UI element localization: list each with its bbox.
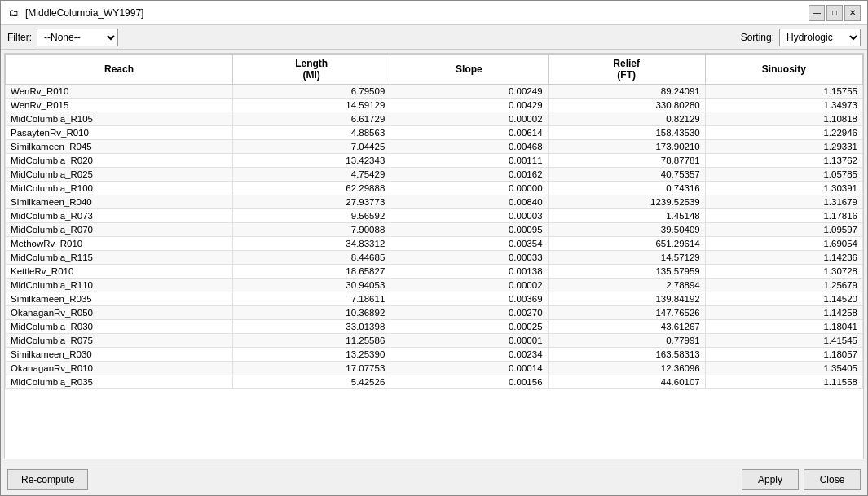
cell-relief: 2.78894 (548, 279, 705, 292)
cell-slope: 0.00002 (390, 112, 548, 126)
cell-length: 13.25390 (233, 348, 390, 362)
table-row: Similkameen_R04027.937730.008401239.5253… (6, 195, 863, 209)
table-scroll[interactable]: Reach Length(MI) Slope Relief(FT) Sinuos… (5, 54, 863, 459)
cell-reach: KettleRv_R010 (6, 265, 233, 279)
cell-slope: 0.00000 (390, 182, 548, 195)
cell-relief: 44.60107 (548, 375, 705, 389)
cell-length: 13.42343 (233, 154, 390, 168)
cell-slope: 0.00354 (390, 237, 548, 251)
cell-slope: 0.00429 (390, 99, 548, 112)
footer-left: Re-compute (7, 469, 88, 490)
cell-length: 4.75429 (233, 168, 390, 182)
col-header-relief: Relief(FT) (548, 55, 705, 85)
cell-length: 62.29888 (233, 182, 390, 195)
cell-relief: 1239.52539 (548, 195, 705, 209)
cell-length: 10.36892 (233, 306, 390, 320)
cell-reach: MidColumbia_R030 (6, 320, 233, 334)
cell-reach: Similkameen_R035 (6, 292, 233, 306)
cell-reach: WenRv_R010 (6, 85, 233, 99)
title-bar: 🗂 [MiddleColumbia_WY1997] — □ ✕ (1, 1, 867, 25)
cell-sinuosity: 1.25679 (705, 279, 862, 292)
cell-length: 27.93773 (233, 195, 390, 209)
table-row: MidColumbia_R0355.425260.0015644.601071.… (6, 375, 863, 389)
cell-relief: 0.74316 (548, 182, 705, 195)
cell-reach: OkanaganRv_R050 (6, 306, 233, 320)
toolbar-right: Sorting: Hydrologic (741, 29, 861, 46)
cell-reach: MidColumbia_R110 (6, 279, 233, 292)
cell-slope: 0.00270 (390, 306, 548, 320)
cell-relief: 89.24091 (548, 85, 705, 99)
cell-length: 34.83312 (233, 237, 390, 251)
cell-relief: 12.36096 (548, 362, 705, 375)
table-row: OkanaganRv_R05010.368920.00270147.765261… (6, 306, 863, 320)
cell-slope: 0.00468 (390, 140, 548, 154)
cell-sinuosity: 1.10818 (705, 112, 862, 126)
cell-sinuosity: 1.15755 (705, 85, 862, 99)
cell-reach: PasaytenRv_R010 (6, 126, 233, 140)
filter-select[interactable]: --None-- (37, 29, 118, 46)
apply-button[interactable]: Apply (742, 469, 799, 490)
table-row: MidColumbia_R02013.423430.0011178.877811… (6, 154, 863, 168)
cell-slope: 0.00002 (390, 279, 548, 292)
cell-relief: 651.29614 (548, 237, 705, 251)
table-row: WenRv_R01514.591290.00429330.802801.3497… (6, 99, 863, 112)
cell-sinuosity: 1.22946 (705, 126, 862, 140)
window-title: [MiddleColumbia_WY1997] (25, 7, 143, 19)
cell-reach: MidColumbia_R025 (6, 168, 233, 182)
cell-slope: 0.00001 (390, 334, 548, 348)
cell-sinuosity: 1.11558 (705, 375, 862, 389)
title-controls: — □ ✕ (809, 5, 861, 21)
cell-length: 7.18611 (233, 292, 390, 306)
col-header-slope: Slope (390, 55, 548, 85)
cell-length: 9.56592 (233, 209, 390, 223)
close-button[interactable]: Close (804, 469, 861, 490)
cell-length: 33.01398 (233, 320, 390, 334)
sorting-select[interactable]: Hydrologic (779, 29, 861, 46)
cell-sinuosity: 1.14258 (705, 306, 862, 320)
cell-relief: 43.61267 (548, 320, 705, 334)
title-bar-left: 🗂 [MiddleColumbia_WY1997] (7, 7, 143, 20)
cell-relief: 330.80280 (548, 99, 705, 112)
cell-slope: 0.00033 (390, 251, 548, 265)
cell-length: 8.44685 (233, 251, 390, 265)
cell-sinuosity: 1.14236 (705, 251, 862, 265)
cell-relief: 0.82129 (548, 112, 705, 126)
toolbar: Filter: --None-- Sorting: Hydrologic (1, 25, 867, 50)
cell-relief: 135.57959 (548, 265, 705, 279)
table-row: Similkameen_R03013.253900.00234163.58313… (6, 348, 863, 362)
main-window: 🗂 [MiddleColumbia_WY1997] — □ ✕ Filter: … (0, 0, 868, 496)
table-row: MidColumbia_R1158.446850.0003314.571291.… (6, 251, 863, 265)
col-header-sinuosity: Sinuosity (705, 55, 862, 85)
cell-reach: MidColumbia_R100 (6, 182, 233, 195)
table-row: MidColumbia_R03033.013980.0002543.612671… (6, 320, 863, 334)
table-row: MidColumbia_R11030.940530.000022.788941.… (6, 279, 863, 292)
cell-length: 17.07753 (233, 362, 390, 375)
cell-sinuosity: 1.34973 (705, 99, 862, 112)
cell-reach: MidColumbia_R075 (6, 334, 233, 348)
table-row: WenRv_R0106.795090.0024989.240911.15755 (6, 85, 863, 99)
cell-length: 6.61729 (233, 112, 390, 126)
cell-sinuosity: 1.69054 (705, 237, 862, 251)
cell-relief: 0.77991 (548, 334, 705, 348)
cell-sinuosity: 1.30391 (705, 182, 862, 195)
maximize-button[interactable]: □ (826, 5, 843, 21)
close-window-button[interactable]: ✕ (844, 5, 861, 21)
cell-relief: 78.87781 (548, 154, 705, 168)
cell-slope: 0.00234 (390, 348, 548, 362)
recompute-button[interactable]: Re-compute (7, 469, 88, 490)
cell-sinuosity: 1.05785 (705, 168, 862, 182)
cell-reach: WenRv_R015 (6, 99, 233, 112)
cell-reach: MidColumbia_R105 (6, 112, 233, 126)
toolbar-left: Filter: --None-- (7, 29, 118, 46)
cell-length: 4.88563 (233, 126, 390, 140)
cell-reach: MidColumbia_R070 (6, 223, 233, 237)
cell-sinuosity: 1.18041 (705, 320, 862, 334)
cell-sinuosity: 1.14520 (705, 292, 862, 306)
window-icon: 🗂 (7, 7, 20, 20)
cell-slope: 0.00003 (390, 209, 548, 223)
cell-sinuosity: 1.29331 (705, 140, 862, 154)
cell-slope: 0.00156 (390, 375, 548, 389)
minimize-button[interactable]: — (809, 5, 825, 21)
table-row: MidColumbia_R0739.565920.000031.451481.1… (6, 209, 863, 223)
cell-relief: 14.57129 (548, 251, 705, 265)
